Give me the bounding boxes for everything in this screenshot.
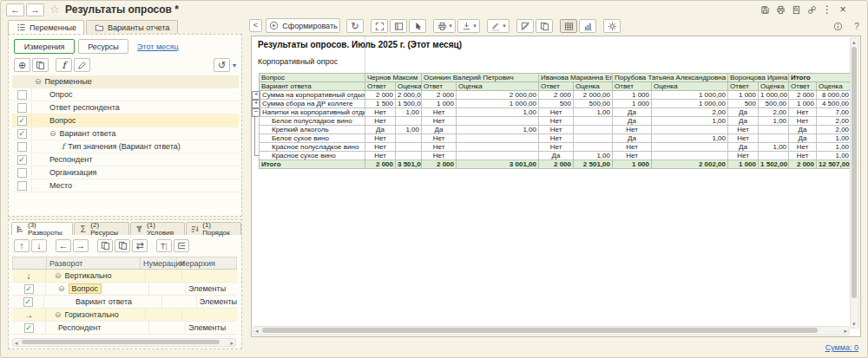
marker-button[interactable]: ▾	[487, 19, 510, 33]
value-cell[interactable]: 1 000	[789, 100, 817, 108]
function-button[interactable]: f	[56, 58, 72, 72]
tree-group-row[interactable]: ⊖Переменные	[12, 75, 239, 88]
value-cell[interactable]: Да	[789, 134, 817, 143]
move-up-button[interactable]: ↑	[14, 239, 30, 252]
checkbox[interactable]: ✓	[17, 155, 27, 165]
total-value-cell[interactable]: 2 002,00	[652, 160, 728, 169]
checkbox[interactable]: ✓	[23, 297, 33, 307]
back-button[interactable]: ←	[6, 3, 24, 16]
corner-variant-header[interactable]: Вариант ответа	[260, 82, 365, 91]
value-cell[interactable]: 500,00	[759, 100, 789, 108]
respondent-header[interactable]: Порубова Татьяна Александровна	[613, 74, 728, 82]
subheader-score[interactable]: Оценка	[759, 82, 789, 91]
value-cell[interactable]: Нет	[728, 152, 759, 160]
value-cell[interactable]: 4 500,00	[817, 100, 852, 108]
value-cell[interactable]	[396, 143, 422, 152]
structure-row[interactable]: ↓⊖Вертикально	[12, 270, 237, 283]
value-cell[interactable]: Нет	[789, 152, 817, 160]
question-cell[interactable]: Красное сухое вино	[260, 152, 365, 160]
value-cell[interactable]: 1,00	[396, 108, 422, 117]
value-cell[interactable]: 1,00	[574, 152, 613, 160]
value-cell[interactable]: 500	[539, 100, 574, 108]
value-cell[interactable]	[396, 117, 422, 126]
value-cell[interactable]: 2 000	[789, 91, 817, 100]
respondent-header[interactable]: Осинкин Валерий Петрович	[422, 74, 539, 82]
tab-layouts[interactable]: (3) Развороты	[11, 222, 73, 235]
hierarchy-button[interactable]	[174, 239, 189, 252]
question-cell[interactable]: Белое полусладкое вино	[260, 117, 365, 126]
text-settings-button[interactable]: Т|	[156, 239, 172, 252]
value-cell[interactable]	[457, 152, 539, 160]
value-cell[interactable]: Нет	[613, 143, 652, 152]
collapse-expander-icon[interactable]: ⊖	[55, 271, 62, 280]
total-value-cell[interactable]: 2 000	[365, 160, 396, 169]
preview-icon[interactable]	[791, 4, 801, 15]
value-cell[interactable]: 1 500,00	[396, 100, 422, 108]
more-icon[interactable]: ⋮	[822, 4, 832, 15]
total-value-cell[interactable]: 2 000	[422, 160, 457, 169]
subheader-score[interactable]: Оценка	[396, 82, 422, 91]
value-cell[interactable]: 2,00	[817, 126, 852, 134]
tab-order[interactable]: (1) Порядок	[186, 222, 241, 235]
value-cell[interactable]: Нет	[365, 143, 396, 152]
subheader-score[interactable]: Оценка	[457, 82, 539, 91]
value-cell[interactable]	[396, 152, 422, 160]
value-cell[interactable]: Нет	[422, 143, 457, 152]
tree-item[interactable]: ✓⊖Вариант ответа	[12, 127, 239, 140]
tree-item[interactable]: Ответ респондента	[12, 101, 239, 114]
settings-gear-button[interactable]	[603, 19, 621, 33]
tree-item[interactable]: Место	[12, 179, 239, 192]
value-cell[interactable]: 2 000,00	[574, 91, 613, 100]
value-cell[interactable]: Нет	[365, 134, 396, 143]
value-cell[interactable]: 1 000	[613, 91, 652, 100]
value-cell[interactable]: 2 000	[365, 91, 396, 100]
subheader-answer[interactable]: Ответ	[728, 82, 759, 91]
subheader-answer[interactable]: Ответ	[365, 82, 396, 91]
value-cell[interactable]	[652, 143, 728, 152]
subheader-answer[interactable]: Ответ	[422, 82, 457, 91]
copy-special-button[interactable]	[115, 239, 130, 252]
total-value-cell[interactable]: 2 000	[539, 160, 574, 169]
panel-view-button[interactable]	[390, 19, 407, 33]
value-cell[interactable]: Да	[613, 117, 652, 126]
info-icon[interactable]	[832, 21, 843, 31]
report-vscrollbar[interactable]: ▴ ▾	[850, 37, 859, 329]
value-cell[interactable]: Да	[365, 126, 396, 134]
help-icon[interactable]: ?	[852, 21, 862, 31]
structure-row[interactable]: ✓⊖ВопросЭлементы	[12, 283, 237, 296]
value-cell[interactable]: Нет	[539, 117, 574, 126]
value-cell[interactable]: Нет	[613, 126, 652, 134]
close-icon[interactable]: ×	[838, 4, 848, 15]
value-cell[interactable]: 1,00	[457, 108, 539, 117]
value-cell[interactable]: Нет	[422, 108, 457, 117]
value-cell[interactable]	[759, 134, 789, 143]
value-cell[interactable]: Нет	[539, 134, 574, 143]
value-cell[interactable]: Да	[728, 117, 759, 126]
value-cell[interactable]	[574, 134, 613, 143]
tab-variables[interactable]: Переменные	[8, 20, 84, 34]
link-icon[interactable]	[806, 4, 817, 15]
corner-question-header[interactable]: Вопрос	[260, 74, 365, 82]
tree-item[interactable]: Опрос	[12, 88, 239, 101]
move-left-button[interactable]: ←	[56, 239, 71, 252]
table-view-button[interactable]	[560, 19, 577, 33]
value-cell[interactable]: Нет	[789, 117, 817, 126]
total-row-label[interactable]: Итого	[260, 160, 365, 169]
value-cell[interactable]: 1,00	[652, 134, 728, 143]
respondent-header[interactable]: Иванова Марианна Егоровна	[539, 74, 613, 82]
add-button[interactable]: ⊕	[14, 58, 30, 72]
structure-row[interactable]: →⊖Горизонтально	[12, 309, 237, 322]
value-cell[interactable]: 2 000	[422, 91, 457, 100]
respondent-header[interactable]: Воронцова Ирина	[728, 74, 789, 82]
more-dropdown-icon[interactable]: ▾	[233, 62, 236, 69]
value-cell[interactable]: 1,00	[652, 117, 728, 126]
total-header[interactable]: Итого	[789, 74, 852, 82]
resources-toggle[interactable]: Ресурсы	[78, 39, 128, 54]
total-value-cell[interactable]: 2 000	[789, 160, 817, 169]
value-cell[interactable]: Нет	[728, 126, 759, 134]
tab-report-variants[interactable]: Варианты отчета	[86, 20, 177, 34]
value-cell[interactable]: 1,00	[396, 126, 422, 134]
save-icon[interactable]	[760, 4, 770, 15]
value-cell[interactable]: Нет	[789, 108, 817, 117]
value-cell[interactable]: Нет	[539, 126, 574, 134]
